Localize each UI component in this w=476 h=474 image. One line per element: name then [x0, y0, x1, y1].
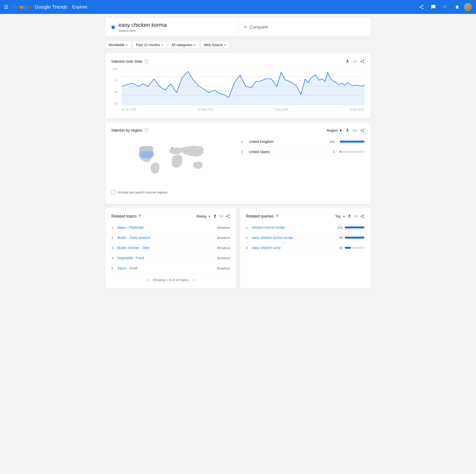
related-query-bar	[345, 237, 365, 239]
region-name-uk: United Kingdom	[249, 140, 324, 144]
related-query-name[interactable]: chicken korma recipe	[252, 225, 335, 229]
related-topic-rank: 4	[111, 256, 117, 260]
y-label-100: 100	[111, 68, 117, 71]
search-term-section: easy chicken korma Search term	[105, 18, 238, 36]
related-queries-filter[interactable]: Top ▼	[335, 214, 345, 218]
main-content: easy chicken korma Search term + Compare…	[102, 14, 374, 296]
region-dropdown[interactable]: Region ▼	[327, 128, 342, 132]
low-volume-checkbox[interactable]	[111, 190, 115, 194]
category-filter-label: All categories	[171, 43, 192, 47]
low-volume-label: Include low search volume regions	[118, 190, 167, 194]
related-queries-help-icon[interactable]: ?	[276, 214, 278, 219]
related-topic-name[interactable]: Butter chicken - Dish	[117, 246, 217, 250]
search-type-filter[interactable]: Web Search ▼	[201, 41, 229, 48]
category-filter[interactable]: All categories ▼	[169, 41, 199, 48]
related-query-name[interactable]: easy chicken korma recipe	[252, 236, 335, 240]
search-bar: easy chicken korma Search term + Compare	[105, 18, 371, 36]
region-rank-2: 2	[241, 150, 246, 154]
region-bar-fill-us	[340, 151, 341, 153]
checkbox-row: Include low search volume regions	[111, 186, 365, 198]
x-label-dec: 30 Dec 2018	[349, 108, 365, 111]
related-topics-list: 1 Naan - Flatbread Breakout 2 Butter - D…	[111, 222, 230, 273]
related-topic-item: 5 Spice - Food Breakout	[111, 263, 230, 273]
interest-over-time-header: Interest over time ?	[111, 59, 365, 64]
related-topic-rank: 2	[111, 236, 117, 240]
related-topic-name[interactable]: Naan - Flatbread	[117, 225, 217, 229]
world-map-svg	[126, 137, 220, 186]
user-avatar[interactable]	[464, 3, 472, 11]
pagination-label: Showing 1–5 of 12 topics	[153, 278, 189, 282]
svg-marker-5	[121, 71, 365, 105]
related-topic-name[interactable]: Spice - Food	[117, 266, 217, 270]
time-range-chevron-icon: ▼	[161, 44, 164, 46]
related-queries-header: Related queries ? Top ▼	[246, 214, 365, 219]
share-icon[interactable]	[416, 2, 426, 12]
related-topics-share-icon[interactable]	[226, 214, 230, 219]
y-label-75: 75	[111, 79, 117, 82]
region-name-us: United States	[249, 150, 324, 154]
header: ☰ Google Google Trends Explore	[0, 0, 476, 14]
region-share-icon[interactable]	[360, 128, 365, 133]
related-query-item: 3 easy chicken curry 30	[246, 243, 365, 253]
region-embed-icon[interactable]	[353, 128, 357, 133]
notifications-icon[interactable]	[452, 2, 462, 12]
related-query-item: 2 easy chicken korma recipe 99	[246, 233, 365, 243]
related-query-bar-fill	[345, 226, 365, 228]
related-query-rank: 1	[246, 226, 252, 229]
time-range-filter[interactable]: Past 12 months ▼	[133, 41, 167, 48]
related-topic-item: 1 Naan - Flatbread Breakout	[111, 222, 230, 233]
related-query-bar	[345, 247, 365, 249]
embed-icon[interactable]	[353, 59, 357, 64]
related-topics-title-group: Related topics ?	[111, 214, 141, 219]
compare-section[interactable]: + Compare	[238, 18, 371, 36]
x-label-jan: 28 Jan 2018	[121, 108, 136, 111]
related-queries-filter-label: Top	[335, 214, 341, 218]
related-topic-name[interactable]: Butter - Dairy product	[117, 236, 217, 240]
related-queries-embed-icon[interactable]	[354, 214, 358, 219]
related-topics-pagination: ‹ Showing 1–5 of 12 topics ›	[111, 273, 230, 283]
y-label-25: 25	[111, 102, 117, 105]
region-dropdown-chevron-icon: ▼	[339, 128, 342, 132]
related-query-bar	[345, 226, 365, 228]
apps-icon[interactable]	[440, 2, 450, 12]
feedback-icon[interactable]	[428, 2, 438, 12]
search-term-dot	[111, 26, 115, 29]
related-topics-embed-icon[interactable]	[219, 214, 224, 219]
menu-icon[interactable]: ☰	[4, 4, 8, 10]
pagination-prev-icon[interactable]: ‹	[147, 277, 149, 283]
download-icon[interactable]	[345, 59, 350, 64]
related-queries-card: Related queries ? Top ▼	[240, 208, 371, 288]
related-topic-value: Breakout	[217, 266, 230, 270]
region-score-uk: 100	[327, 140, 335, 144]
related-queries-download-icon[interactable]	[347, 214, 352, 219]
related-query-score: 30	[335, 246, 343, 250]
region-download-icon[interactable]	[345, 128, 350, 133]
interest-by-region-title-group: Interest by region ?	[111, 128, 149, 133]
related-queries-share-icon[interactable]	[360, 214, 365, 219]
region-rank-1: 1	[241, 140, 246, 144]
location-filter[interactable]: Worldwide ▼	[105, 41, 131, 48]
interest-over-time-help-icon[interactable]: ?	[144, 59, 149, 64]
related-queries-title-group: Related queries ?	[246, 214, 278, 219]
interest-over-time-card: Interest over time ? 100 75 50	[105, 53, 371, 118]
pagination-next-icon[interactable]: ›	[193, 277, 194, 283]
related-topic-value: Breakout	[217, 236, 230, 240]
related-topics-chevron-icon: ▼	[208, 215, 211, 218]
two-col-section: Related topics ? Rising ▼	[105, 208, 371, 292]
related-queries-chevron-icon: ▼	[343, 215, 345, 218]
interest-by-region-header: Interest by region ? Region ▼	[111, 128, 365, 133]
compare-label: Compare	[249, 25, 268, 30]
related-topic-item: 3 Butter chicken - Dish Breakout	[111, 243, 230, 253]
related-query-score: 100	[335, 226, 343, 229]
compare-plus-icon: +	[244, 24, 247, 30]
related-topic-name[interactable]: Vegetable - Food	[117, 256, 217, 260]
interest-by-region-help-icon[interactable]: ?	[144, 128, 149, 133]
related-topics-download-icon[interactable]	[213, 214, 217, 219]
related-topics-filter[interactable]: Rising ▼	[197, 214, 211, 218]
related-topic-rank: 3	[111, 246, 117, 250]
related-query-name[interactable]: easy chicken curry	[252, 246, 335, 250]
search-type-chevron-icon: ▼	[224, 44, 226, 46]
search-term-name: easy chicken korma	[118, 22, 167, 28]
share-chart-icon[interactable]	[360, 59, 365, 64]
related-topics-help-icon[interactable]: ?	[138, 214, 141, 219]
